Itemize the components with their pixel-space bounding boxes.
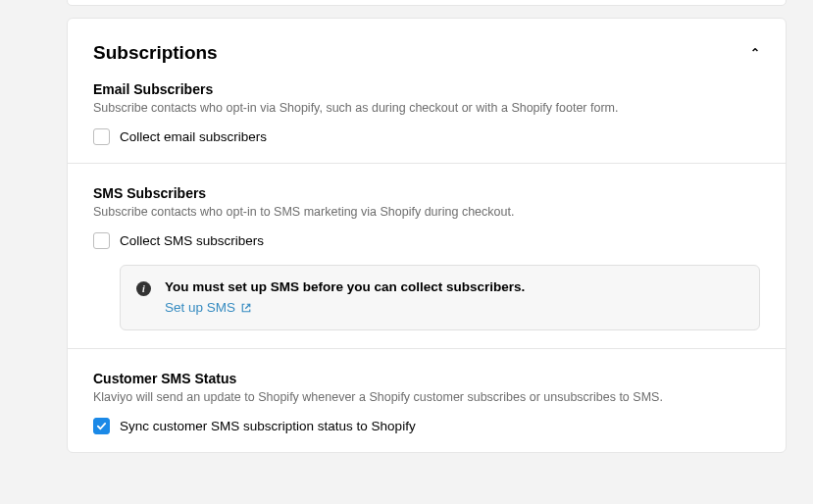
sms-subscribers-description: Subscribe contacts who opt-in to SMS mar… — [93, 205, 760, 219]
collapse-icon: ⌃ — [750, 47, 760, 59]
subscriptions-header[interactable]: Subscriptions ⌃ — [93, 42, 760, 64]
notice-title: You must set up SMS before you can colle… — [165, 279, 525, 294]
email-subscribers-block: Email Subscribers Subscribe contacts who… — [93, 81, 760, 163]
customer-sms-status-description: Klaviyo will send an update to Shopify w… — [93, 390, 760, 404]
external-link-icon — [240, 302, 252, 314]
collect-email-row[interactable]: Collect email subscribers — [93, 128, 760, 145]
collect-sms-label: Collect SMS subscribers — [120, 233, 264, 248]
sync-sms-status-checkbox[interactable] — [93, 418, 110, 434]
email-subscribers-description: Subscribe contacts who opt-in via Shopif… — [93, 101, 760, 115]
subscriptions-title: Subscriptions — [93, 42, 218, 64]
collect-email-label: Collect email subscribers — [120, 129, 267, 144]
setup-sms-link[interactable]: Set up SMS — [165, 300, 252, 315]
sync-sms-status-label: Sync customer SMS subscription status to… — [120, 419, 416, 433]
sms-subscribers-title: SMS Subscribers — [93, 185, 760, 201]
info-icon: i — [136, 281, 151, 296]
email-subscribers-title: Email Subscribers — [93, 81, 760, 97]
subscriptions-card: Subscriptions ⌃ Email Subscribers Subscr… — [67, 18, 787, 453]
customer-sms-status-block: Customer SMS Status Klaviyo will send an… — [93, 349, 760, 452]
setup-sms-link-text: Set up SMS — [165, 300, 235, 315]
sync-sms-status-row[interactable]: Sync customer SMS subscription status to… — [93, 418, 760, 434]
notice-body: You must set up SMS before you can colle… — [165, 279, 525, 316]
previous-card-bottom — [67, 0, 787, 6]
collect-sms-checkbox[interactable] — [93, 232, 110, 249]
collect-sms-row[interactable]: Collect SMS subscribers — [93, 232, 760, 249]
sms-subscribers-block: SMS Subscribers Subscribe contacts who o… — [93, 164, 760, 348]
sms-setup-notice: i You must set up SMS before you can col… — [120, 265, 760, 330]
customer-sms-status-title: Customer SMS Status — [93, 371, 760, 386]
collect-email-checkbox[interactable] — [93, 128, 110, 145]
